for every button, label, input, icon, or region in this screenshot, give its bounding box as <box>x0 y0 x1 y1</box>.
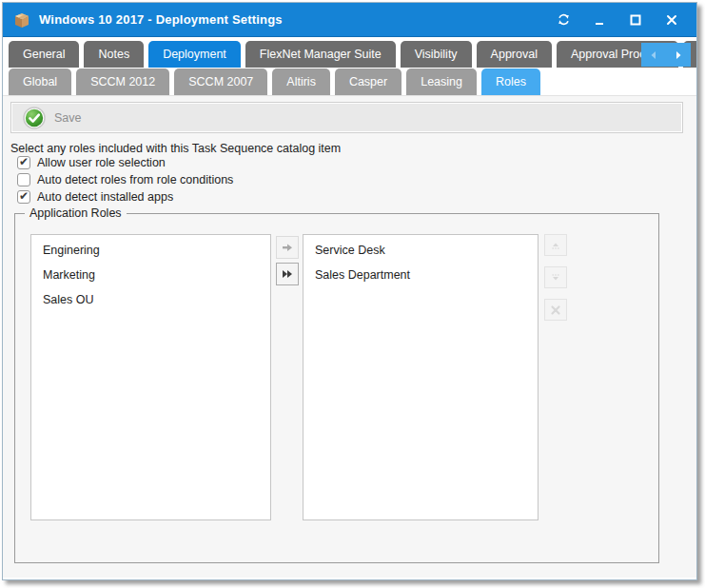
tab-approval[interactable]: Approval <box>477 41 552 68</box>
list-item[interactable]: Service Desk <box>304 238 538 263</box>
tab-scroll-left-icon[interactable] <box>648 49 659 61</box>
subtab-leasing[interactable]: Leasing <box>406 69 477 95</box>
subtab-casper[interactable]: Casper <box>335 69 401 95</box>
checkbox-box[interactable]: ✔ <box>17 156 30 169</box>
instruction-text: Select any roles included with this Task… <box>10 142 341 155</box>
subtab-altiris[interactable]: Altiris <box>272 69 330 95</box>
tab-visibility[interactable]: Visibility <box>401 41 472 68</box>
move-all-right-button[interactable] <box>276 263 299 285</box>
list-item[interactable]: Sales Department <box>304 263 538 287</box>
move-right-button[interactable] <box>276 236 299 259</box>
groupbox-title: Application Roles <box>25 206 127 220</box>
tab-scroll-buttons <box>641 43 691 67</box>
deployment-settings-window: Windows 10 2017 - Deployment Settings <box>2 2 697 580</box>
titlebar[interactable]: Windows 10 2017 - Deployment Settings <box>3 3 696 37</box>
subtab-roles[interactable]: Roles <box>481 69 540 95</box>
subtab-global[interactable]: Global <box>9 69 71 95</box>
checkbox-box[interactable] <box>17 173 30 186</box>
move-up-button[interactable] <box>544 234 567 256</box>
minimize-button[interactable] <box>592 12 607 28</box>
order-buttons <box>544 234 567 321</box>
secondary-tab-strip: Global SCCM 2012 SCCM 2007 Altiris Caspe… <box>9 68 696 95</box>
checkbox-label: Auto detect roles from role conditions <box>37 173 233 186</box>
tab-flexnet-manager-suite[interactable]: FlexNet Manager Suite <box>245 41 396 68</box>
tab-general[interactable]: General <box>9 41 79 68</box>
checkbox-allow-user-role-selection[interactable]: ✔ Allow user role selection <box>17 156 166 169</box>
window-title: Windows 10 2017 - Deployment Settings <box>39 12 556 27</box>
subtab-sccm-2007[interactable]: SCCM 2007 <box>174 69 267 95</box>
roles-tab-content: Save Select any roles included with this… <box>3 95 697 578</box>
subtab-sccm-2012[interactable]: SCCM 2012 <box>76 69 169 95</box>
tab-deployment[interactable]: Deployment <box>148 41 241 68</box>
save-button[interactable]: Save <box>10 102 683 133</box>
check-mark-icon: ✔ <box>19 156 29 167</box>
list-item[interactable]: Enginering <box>31 238 270 263</box>
save-button-label: Save <box>54 111 82 125</box>
maximize-button[interactable] <box>628 12 643 28</box>
available-roles-list[interactable]: Enginering Marketing Sales OU <box>30 234 271 520</box>
package-box-icon <box>12 11 31 29</box>
tab-scroll-right-icon[interactable] <box>673 49 684 61</box>
window-controls <box>556 12 687 28</box>
checkbox-label: Auto detect installed apps <box>37 190 173 204</box>
green-check-circle-icon <box>23 107 46 129</box>
checkbox-box[interactable]: ✔ <box>17 190 30 204</box>
selected-roles-list[interactable]: Service Desk Sales Department <box>303 234 539 520</box>
tab-notes[interactable]: Notes <box>84 41 144 68</box>
move-down-button[interactable] <box>544 266 567 288</box>
checkbox-label: Allow user role selection <box>37 156 166 169</box>
checkbox-auto-detect-roles[interactable]: Auto detect roles from role conditions <box>17 173 233 186</box>
primary-tab-strip: General Notes Deployment FlexNet Manager… <box>9 38 696 68</box>
close-button[interactable] <box>664 12 679 28</box>
refresh-button[interactable] <box>556 12 571 28</box>
list-item[interactable]: Sales OU <box>31 287 270 312</box>
transfer-buttons <box>276 236 299 285</box>
list-item[interactable]: Marketing <box>31 263 270 287</box>
checkbox-auto-detect-installed-apps[interactable]: ✔ Auto detect installed apps <box>17 190 173 204</box>
application-roles-group: Application Roles Enginering Marketing S… <box>14 213 659 563</box>
check-mark-icon: ✔ <box>19 190 29 202</box>
remove-button[interactable] <box>544 299 567 321</box>
